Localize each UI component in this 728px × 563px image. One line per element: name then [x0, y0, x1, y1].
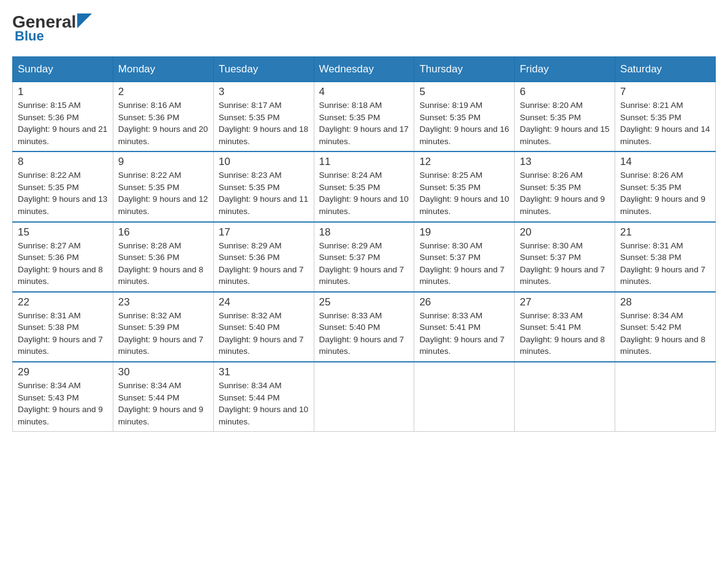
day-info: Sunrise: 8:34 AMSunset: 5:44 PMDaylight:…	[219, 380, 309, 427]
day-info: Sunrise: 8:27 AMSunset: 5:36 PMDaylight:…	[18, 240, 108, 288]
calendar-day-cell: 8Sunrise: 8:22 AMSunset: 5:35 PMDaylight…	[13, 151, 113, 221]
weekday-header-friday: Friday	[515, 57, 615, 82]
calendar-day-cell: 21Sunrise: 8:31 AMSunset: 5:38 PMDayligh…	[615, 222, 716, 292]
day-number: 24	[219, 296, 309, 308]
calendar-day-cell: 7Sunrise: 8:21 AMSunset: 5:35 PMDaylight…	[615, 82, 716, 152]
calendar-day-cell: 30Sunrise: 8:34 AMSunset: 5:44 PMDayligh…	[113, 362, 213, 432]
logo: General Blue	[12, 12, 92, 44]
calendar-day-cell: 24Sunrise: 8:32 AMSunset: 5:40 PMDayligh…	[213, 292, 314, 362]
calendar-empty-cell	[515, 362, 615, 432]
day-number: 20	[520, 226, 610, 239]
day-number: 17	[219, 226, 309, 239]
day-number: 5	[419, 86, 509, 98]
day-number: 16	[118, 226, 208, 239]
day-number: 27	[520, 296, 610, 308]
day-number: 9	[118, 156, 208, 168]
day-info: Sunrise: 8:29 AMSunset: 5:36 PMDaylight:…	[219, 240, 309, 288]
day-number: 23	[118, 296, 208, 308]
calendar-day-cell: 10Sunrise: 8:23 AMSunset: 5:35 PMDayligh…	[213, 151, 314, 221]
day-number: 2	[118, 86, 208, 98]
day-number: 21	[620, 226, 710, 239]
calendar-day-cell: 12Sunrise: 8:25 AMSunset: 5:35 PMDayligh…	[414, 151, 515, 221]
calendar-week-row: 8Sunrise: 8:22 AMSunset: 5:35 PMDaylight…	[13, 151, 716, 221]
day-number: 18	[319, 226, 409, 239]
day-number: 19	[419, 226, 509, 239]
day-info: Sunrise: 8:34 AMSunset: 5:42 PMDaylight:…	[620, 310, 710, 358]
calendar-table: SundayMondayTuesdayWednesdayThursdayFrid…	[12, 56, 716, 432]
day-info: Sunrise: 8:28 AMSunset: 5:36 PMDaylight:…	[118, 240, 208, 288]
calendar-day-cell: 17Sunrise: 8:29 AMSunset: 5:36 PMDayligh…	[213, 222, 314, 292]
day-info: Sunrise: 8:22 AMSunset: 5:35 PMDaylight:…	[18, 169, 108, 217]
day-number: 15	[18, 226, 108, 239]
day-info: Sunrise: 8:34 AMSunset: 5:43 PMDaylight:…	[18, 380, 108, 427]
weekday-header-sunday: Sunday	[13, 57, 113, 82]
day-info: Sunrise: 8:25 AMSunset: 5:35 PMDaylight:…	[419, 169, 509, 217]
day-info: Sunrise: 8:34 AMSunset: 5:44 PMDaylight:…	[118, 380, 208, 427]
calendar-week-row: 29Sunrise: 8:34 AMSunset: 5:43 PMDayligh…	[13, 362, 716, 432]
day-number: 3	[219, 86, 309, 98]
day-info: Sunrise: 8:30 AMSunset: 5:37 PMDaylight:…	[520, 240, 610, 288]
calendar-week-row: 1Sunrise: 8:15 AMSunset: 5:36 PMDaylight…	[13, 82, 716, 152]
calendar-day-cell: 23Sunrise: 8:32 AMSunset: 5:39 PMDayligh…	[113, 292, 213, 362]
calendar-day-cell: 2Sunrise: 8:16 AMSunset: 5:36 PMDaylight…	[113, 82, 213, 152]
calendar-day-cell: 5Sunrise: 8:19 AMSunset: 5:35 PMDaylight…	[414, 82, 515, 152]
weekday-header-thursday: Thursday	[414, 57, 515, 82]
day-number: 7	[620, 86, 710, 98]
calendar-day-cell: 28Sunrise: 8:34 AMSunset: 5:42 PMDayligh…	[615, 292, 716, 362]
day-info: Sunrise: 8:17 AMSunset: 5:35 PMDaylight:…	[219, 99, 309, 147]
day-info: Sunrise: 8:31 AMSunset: 5:38 PMDaylight:…	[18, 310, 108, 358]
day-number: 1	[18, 86, 108, 98]
calendar-day-cell: 4Sunrise: 8:18 AMSunset: 5:35 PMDaylight…	[314, 82, 414, 152]
page-header: General Blue	[12, 12, 716, 44]
weekday-header-tuesday: Tuesday	[213, 57, 314, 82]
calendar-empty-cell	[414, 362, 515, 432]
logo-triangle-icon	[77, 13, 92, 28]
day-info: Sunrise: 8:18 AMSunset: 5:35 PMDaylight:…	[319, 99, 409, 147]
day-info: Sunrise: 8:30 AMSunset: 5:37 PMDaylight:…	[419, 240, 509, 288]
calendar-day-cell: 6Sunrise: 8:20 AMSunset: 5:35 PMDaylight…	[515, 82, 615, 152]
day-info: Sunrise: 8:19 AMSunset: 5:35 PMDaylight:…	[419, 99, 509, 147]
day-info: Sunrise: 8:15 AMSunset: 5:36 PMDaylight:…	[18, 99, 108, 147]
day-info: Sunrise: 8:32 AMSunset: 5:39 PMDaylight:…	[118, 310, 208, 358]
day-info: Sunrise: 8:20 AMSunset: 5:35 PMDaylight:…	[520, 99, 610, 147]
day-info: Sunrise: 8:21 AMSunset: 5:35 PMDaylight:…	[620, 99, 710, 147]
day-number: 30	[118, 366, 208, 378]
calendar-week-row: 22Sunrise: 8:31 AMSunset: 5:38 PMDayligh…	[13, 292, 716, 362]
calendar-day-cell: 18Sunrise: 8:29 AMSunset: 5:37 PMDayligh…	[314, 222, 414, 292]
day-number: 4	[319, 86, 409, 98]
calendar-day-cell: 20Sunrise: 8:30 AMSunset: 5:37 PMDayligh…	[515, 222, 615, 292]
day-number: 28	[620, 296, 710, 308]
day-number: 10	[219, 156, 309, 168]
day-number: 14	[620, 156, 710, 168]
calendar-empty-cell	[314, 362, 414, 432]
calendar-day-cell: 14Sunrise: 8:26 AMSunset: 5:35 PMDayligh…	[615, 151, 716, 221]
day-info: Sunrise: 8:33 AMSunset: 5:40 PMDaylight:…	[319, 310, 409, 358]
weekday-header-saturday: Saturday	[615, 57, 716, 82]
weekday-header-wednesday: Wednesday	[314, 57, 414, 82]
day-info: Sunrise: 8:33 AMSunset: 5:41 PMDaylight:…	[419, 310, 509, 358]
calendar-day-cell: 25Sunrise: 8:33 AMSunset: 5:40 PMDayligh…	[314, 292, 414, 362]
calendar-day-cell: 26Sunrise: 8:33 AMSunset: 5:41 PMDayligh…	[414, 292, 515, 362]
day-number: 31	[219, 366, 309, 378]
day-info: Sunrise: 8:32 AMSunset: 5:40 PMDaylight:…	[219, 310, 309, 358]
logo-blue-text: Blue	[15, 28, 92, 44]
calendar-day-cell: 27Sunrise: 8:33 AMSunset: 5:41 PMDayligh…	[515, 292, 615, 362]
day-info: Sunrise: 8:16 AMSunset: 5:36 PMDaylight:…	[118, 99, 208, 147]
day-info: Sunrise: 8:26 AMSunset: 5:35 PMDaylight:…	[620, 169, 710, 217]
day-number: 8	[18, 156, 108, 168]
day-info: Sunrise: 8:24 AMSunset: 5:35 PMDaylight:…	[319, 169, 409, 217]
calendar-day-cell: 11Sunrise: 8:24 AMSunset: 5:35 PMDayligh…	[314, 151, 414, 221]
weekday-header-monday: Monday	[113, 57, 213, 82]
calendar-day-cell: 16Sunrise: 8:28 AMSunset: 5:36 PMDayligh…	[113, 222, 213, 292]
day-number: 12	[419, 156, 509, 168]
day-number: 25	[319, 296, 409, 308]
day-info: Sunrise: 8:26 AMSunset: 5:35 PMDaylight:…	[520, 169, 610, 217]
calendar-day-cell: 13Sunrise: 8:26 AMSunset: 5:35 PMDayligh…	[515, 151, 615, 221]
calendar-day-cell: 3Sunrise: 8:17 AMSunset: 5:35 PMDaylight…	[213, 82, 314, 152]
calendar-day-cell: 15Sunrise: 8:27 AMSunset: 5:36 PMDayligh…	[13, 222, 113, 292]
calendar-day-cell: 19Sunrise: 8:30 AMSunset: 5:37 PMDayligh…	[414, 222, 515, 292]
day-number: 11	[319, 156, 409, 168]
day-number: 13	[520, 156, 610, 168]
day-number: 22	[18, 296, 108, 308]
calendar-empty-cell	[615, 362, 716, 432]
